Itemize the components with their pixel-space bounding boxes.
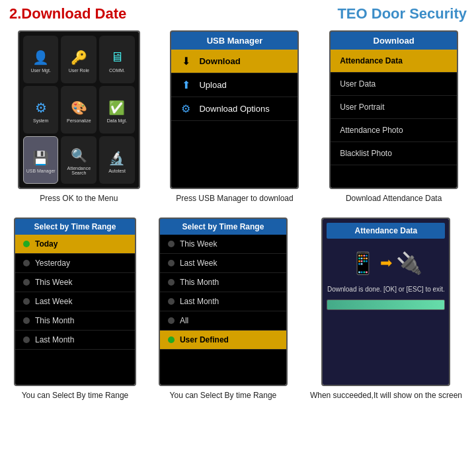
menu-icon-comm[interactable]: 🖥 COMM. xyxy=(99,36,135,83)
thisweek-dot xyxy=(23,279,30,286)
page-title: 2.Download Date xyxy=(9,5,126,22)
system-label: System xyxy=(33,118,48,123)
lastweek-dot xyxy=(23,298,30,305)
dl-item-photo[interactable]: Attendance Photo xyxy=(331,119,457,142)
cell-usb-manager: USB Manager ⬇ Download ⬆ Upload ⚙ Downlo… xyxy=(165,26,304,211)
menu-icon-system[interactable]: ⚙ System xyxy=(23,86,59,134)
attendance-label: Attendance Search xyxy=(62,166,95,175)
s5-userdefined-label: User Defined xyxy=(180,335,229,344)
menu-icon-attendance[interactable]: 🔍 Attendance Search xyxy=(61,136,97,184)
time-lastmonth-item[interactable]: Last Month xyxy=(15,331,135,350)
usb-item-download[interactable]: ⬇ Download xyxy=(171,50,298,73)
download-icon: ⬇ xyxy=(178,55,194,67)
comm-icon: 🖥 xyxy=(106,48,128,67)
time-s5-all[interactable]: All xyxy=(160,311,286,331)
menu-icon-autotest[interactable]: 🔬 Autotest xyxy=(99,136,135,184)
s5-lastweek-label: Last Week xyxy=(180,258,217,268)
thismonth-dot xyxy=(23,317,30,324)
usb-menu: USB Manager ⬇ Download ⬆ Upload ⚙ Downlo… xyxy=(171,32,298,188)
menu-icon-usermgt[interactable]: 👤 User Mgt. xyxy=(23,36,59,83)
cell-download-menu: Download Attendance Data User Data User … xyxy=(324,26,463,211)
brand-label: TEO Door Security xyxy=(337,5,467,22)
done-icons-row: 📱 ➡ 🔌 xyxy=(350,251,422,276)
s5-lastmonth-dot xyxy=(168,298,175,305)
progress-bar-fill xyxy=(327,300,444,309)
s5-thismonth-label: This Month xyxy=(180,278,219,287)
usb-drive-icon: 🔌 xyxy=(396,251,422,276)
caption-1: Press OK to the Menu xyxy=(40,193,118,204)
menu-icon-personalize[interactable]: 🎨 Personalize xyxy=(61,86,97,134)
lastmonth-label: Last Month xyxy=(35,335,74,344)
time-s5-lastmonth[interactable]: Last Month xyxy=(160,292,286,311)
menu-icon-userrole[interactable]: 🔑 User Role xyxy=(61,36,97,83)
usb-item-upload[interactable]: ⬆ Upload xyxy=(171,73,298,97)
screen-done: Attendance Data 📱 ➡ 🔌 Download is done. … xyxy=(321,218,450,386)
s5-all-label: All xyxy=(180,316,188,325)
usermgt-icon: 👤 xyxy=(30,48,52,67)
usermgt-label: User Mgt. xyxy=(30,68,50,73)
thisweek-label: This Week xyxy=(35,278,72,287)
cell-time-userdefined: Select by Time Range This Week Last Week… xyxy=(153,214,293,408)
userrole-label: User Role xyxy=(69,68,89,73)
screen-menu: 👤 User Mgt. 🔑 User Role 🖥 COMM. ⚙ System… xyxy=(18,30,140,189)
personalize-label: Personalize xyxy=(67,118,91,123)
screen-time-today: Select by Time Range Today Yesterday Thi… xyxy=(14,218,136,386)
caption-3: Download Attendance Data xyxy=(346,193,442,204)
dl-menu: Download Attendance Data User Data User … xyxy=(331,32,457,188)
cell-menu-icons: 👤 User Mgt. 🔑 User Role 🖥 COMM. ⚙ System… xyxy=(13,26,145,211)
top-row: 👤 User Mgt. 🔑 User Role 🖥 COMM. ⚙ System… xyxy=(0,26,476,211)
s5-all-dot xyxy=(168,317,175,324)
time-lastweek-item[interactable]: Last Week xyxy=(15,292,135,311)
upload-icon: ⬆ xyxy=(178,79,194,91)
arrow-icon: ➡ xyxy=(380,255,392,272)
userrole-icon: 🔑 xyxy=(68,48,89,67)
usb-download-label: Download xyxy=(199,56,240,66)
dl-item-attendance[interactable]: Attendance Data xyxy=(331,50,457,73)
time-yesterday-item[interactable]: Yesterday xyxy=(15,254,135,273)
screen-usb: USB Manager ⬇ Download ⬆ Upload ⚙ Downlo… xyxy=(170,30,299,189)
time-s5-thismonth[interactable]: This Month xyxy=(160,273,286,292)
menu-icon-usb[interactable]: 💾 USB Manager xyxy=(23,136,59,184)
cell-time-today: Select by Time Range Today Yesterday Thi… xyxy=(9,214,141,408)
dl-item-portrait[interactable]: User Portrait xyxy=(331,96,457,119)
comm-label: COMM. xyxy=(109,68,125,73)
usb-item-options[interactable]: ⚙ Download Options xyxy=(171,97,298,121)
dl-item-user[interactable]: User Data xyxy=(331,73,457,96)
time-menu-today: Select by Time Range Today Yesterday Thi… xyxy=(15,219,135,385)
system-icon: ⚙ xyxy=(30,99,52,117)
today-dot xyxy=(23,241,30,247)
lastweek-label: Last Week xyxy=(35,297,72,306)
time-thisweek-item[interactable]: This Week xyxy=(15,273,135,292)
time-menu-user: Select by Time Range This Week Last Week… xyxy=(160,219,286,385)
usb-icon: 💾 xyxy=(30,149,52,167)
options-icon: ⚙ xyxy=(178,102,194,115)
time-s5-userdefined[interactable]: User Defined xyxy=(160,331,286,350)
personalize-icon: 🎨 xyxy=(68,99,89,117)
lastmonth-dot xyxy=(23,337,30,343)
datamgt-label: Data Mgt. xyxy=(107,118,127,123)
done-header: Attendance Data xyxy=(327,223,445,239)
s5-userdefined-dot xyxy=(168,337,175,343)
menu-icon-datamgt[interactable]: ✅ Data Mgt. xyxy=(99,86,135,134)
done-content: Attendance Data 📱 ➡ 🔌 Download is done. … xyxy=(323,219,449,385)
device-icon: 📱 xyxy=(350,251,376,276)
caption-6: When succeeded,It will show on the scree… xyxy=(310,390,462,401)
progress-bar xyxy=(327,299,445,310)
caption-4: You can Select By time Range xyxy=(22,390,129,401)
usb-options-label: Download Options xyxy=(199,104,269,114)
time-s5-thisweek[interactable]: This Week xyxy=(160,235,286,254)
done-message: Download is done. [OK] or [ESC] to exit. xyxy=(327,285,445,294)
dl-item-blacklist[interactable]: Blacklist Photo xyxy=(331,142,457,165)
time-s5-lastweek[interactable]: Last Week xyxy=(160,254,286,273)
usb-label: USB Manager xyxy=(26,169,56,173)
cell-download-done: Attendance Data 📱 ➡ 🔌 Download is done. … xyxy=(305,214,467,408)
datamgt-icon: ✅ xyxy=(106,99,128,117)
bottom-row: Select by Time Range Today Yesterday Thi… xyxy=(0,214,476,408)
time-user-header: Select by Time Range xyxy=(160,219,286,235)
s5-thisweek-label: This Week xyxy=(180,239,217,249)
time-thismonth-item[interactable]: This Month xyxy=(15,311,135,331)
time-today-item[interactable]: Today xyxy=(15,235,135,254)
autotest-label: Autotest xyxy=(108,169,126,173)
s5-lastweek-dot xyxy=(168,260,175,266)
yesterday-label: Yesterday xyxy=(35,258,70,268)
